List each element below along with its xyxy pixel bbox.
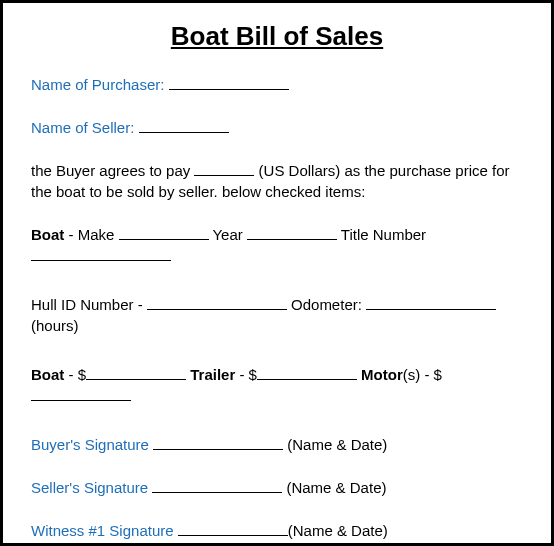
- boat-price-label: Boat: [31, 366, 64, 383]
- seller-label: Name of Seller:: [31, 119, 134, 136]
- purchaser-label: Name of Purchaser:: [31, 76, 164, 93]
- odo-label: Odometer:: [287, 296, 366, 313]
- seller-name-date: (Name & Date): [286, 479, 386, 496]
- boat-price-blank[interactable]: [86, 365, 186, 380]
- document-page: Boat Bill of Sales Name of Purchaser: Na…: [0, 0, 554, 546]
- buyer-sig-blank[interactable]: [153, 435, 283, 450]
- boat-price-sep: - $: [64, 366, 86, 383]
- motor-price-suffix: (s) - $: [403, 366, 442, 383]
- agreement-row: the Buyer agrees to pay (US Dollars) as …: [31, 160, 523, 202]
- purchaser-blank[interactable]: [169, 75, 289, 90]
- boat-details-row: Boat - Make Year Title Number: [31, 224, 523, 266]
- trailer-price-sep: - $: [235, 366, 257, 383]
- hours-label: (hours): [31, 317, 79, 334]
- hull-blank[interactable]: [147, 295, 287, 310]
- year-blank[interactable]: [247, 225, 337, 240]
- title-num-blank[interactable]: [31, 246, 171, 261]
- buyer-name-date: (Name & Date): [287, 436, 387, 453]
- trailer-price-blank[interactable]: [257, 365, 357, 380]
- trailer-price-label: Trailer: [190, 366, 235, 383]
- seller-blank[interactable]: [139, 118, 229, 133]
- purchaser-row: Name of Purchaser:: [31, 74, 523, 95]
- witness1-sig-label: Witness #1 Signature: [31, 522, 178, 539]
- price-row: Boat - $ Trailer - $ Motor(s) - $: [31, 364, 523, 406]
- title-num-label: Title Number: [337, 226, 426, 243]
- make-label: - Make: [64, 226, 118, 243]
- page-title: Boat Bill of Sales: [31, 21, 523, 52]
- seller-row: Name of Seller:: [31, 117, 523, 138]
- make-blank[interactable]: [119, 225, 209, 240]
- witness1-sig-blank[interactable]: [178, 521, 288, 536]
- buyer-sig-row: Buyer's Signature (Name & Date): [31, 434, 523, 455]
- hull-label: Hull ID Number -: [31, 296, 147, 313]
- odo-blank[interactable]: [366, 295, 496, 310]
- witness1-sig-row: Witness #1 Signature (Name & Date): [31, 520, 523, 541]
- seller-sig-blank[interactable]: [152, 478, 282, 493]
- motor-price-blank[interactable]: [31, 386, 131, 401]
- boat-label: Boat: [31, 226, 64, 243]
- agreement-pre: the Buyer agrees to pay: [31, 162, 194, 179]
- motor-price-label: Motor: [361, 366, 403, 383]
- witness1-name-date: (Name & Date): [288, 522, 388, 539]
- year-label: Year: [209, 226, 247, 243]
- seller-sig-label: Seller's Signature: [31, 479, 152, 496]
- seller-sig-row: Seller's Signature (Name & Date): [31, 477, 523, 498]
- price-blank[interactable]: [194, 161, 254, 176]
- hull-row: Hull ID Number - Odometer: (hours): [31, 294, 523, 336]
- buyer-sig-label: Buyer's Signature: [31, 436, 153, 453]
